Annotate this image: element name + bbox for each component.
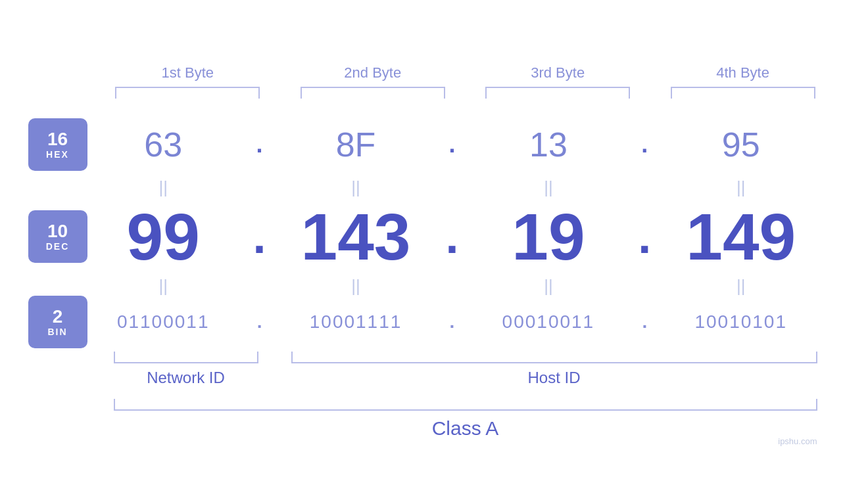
bin-byte-4: 10010101 — [694, 311, 787, 332]
dot-bin-3: . — [628, 311, 661, 332]
eq-1-3: || — [476, 177, 621, 198]
dec-byte-3: 19 — [512, 200, 585, 273]
bin-byte-3: 00010011 — [502, 311, 595, 332]
top-bracket-1 — [115, 87, 260, 99]
dec-badge: 10 DEC — [28, 210, 87, 263]
dec-row: 10 DEC 99 . 143 . 19 . 149 — [28, 197, 817, 276]
bin-badge: 2 BIN — [28, 296, 87, 348]
bin-base-label: BIN — [47, 327, 67, 337]
top-bracket-2 — [301, 87, 445, 99]
eq-2-3: || — [476, 276, 621, 296]
dot-hex-3: . — [628, 131, 661, 158]
equals-row-1: || || || || — [28, 177, 817, 197]
hex-byte-1: 63 — [144, 126, 182, 164]
bin-base-number: 2 — [53, 307, 63, 327]
eq-2-4: || — [669, 276, 813, 296]
byte-header-2: 2nd Byte — [301, 64, 445, 81]
network-id-bracket — [114, 352, 258, 363]
dot-hex-1: . — [243, 131, 276, 158]
dot-dec-3: . — [628, 213, 661, 260]
dec-byte-2: 143 — [301, 200, 411, 273]
dot-dec-1: . — [243, 213, 276, 260]
bin-byte-1: 01100011 — [117, 311, 210, 332]
dot-bin-2: . — [435, 311, 468, 332]
bin-row: 2 BIN 01100011 . 10001111 . 00010011 . 1… — [28, 296, 817, 348]
hex-badge: 16 HEX — [28, 118, 87, 171]
host-id-label: Host ID — [527, 369, 580, 387]
byte-header-1: 1st Byte — [115, 64, 260, 81]
bottom-bracket-row: Network ID Host ID — [28, 352, 817, 387]
eq-1-4: || — [669, 177, 813, 198]
hex-byte-4: 95 — [722, 126, 760, 164]
hex-byte-2: 8F — [336, 126, 376, 164]
eq-2-1: || — [91, 276, 235, 296]
dec-base-number: 10 — [47, 221, 68, 242]
dot-bin-1: . — [243, 311, 276, 332]
eq-1-2: || — [283, 177, 428, 198]
class-bracket — [114, 399, 817, 411]
class-row: Class A — [28, 399, 817, 440]
dec-base-label: DEC — [46, 241, 70, 252]
network-id-label: Network ID — [147, 369, 225, 387]
hex-base-label: HEX — [46, 149, 69, 160]
equals-row-2: || || || || — [28, 276, 817, 296]
eq-2-2: || — [283, 276, 428, 296]
byte-header-4: 4th Byte — [671, 64, 815, 81]
dec-byte-1: 99 — [127, 200, 200, 273]
host-id-bracket — [291, 352, 817, 363]
dot-hex-2: . — [435, 131, 468, 158]
watermark: ipshu.com — [778, 436, 817, 446]
hex-byte-3: 13 — [529, 126, 567, 164]
top-bracket-4 — [671, 87, 815, 99]
hex-row: 16 HEX 63 . 8F . 13 . 95 — [28, 112, 817, 177]
class-label: Class A — [432, 417, 499, 440]
bin-byte-2: 10001111 — [310, 311, 402, 332]
byte-header-3: 3rd Byte — [485, 64, 630, 81]
eq-1-1: || — [91, 177, 235, 198]
top-bracket-3 — [485, 87, 630, 99]
dec-byte-4: 149 — [686, 200, 796, 273]
hex-base-number: 16 — [47, 129, 68, 150]
dot-dec-2: . — [435, 213, 468, 260]
